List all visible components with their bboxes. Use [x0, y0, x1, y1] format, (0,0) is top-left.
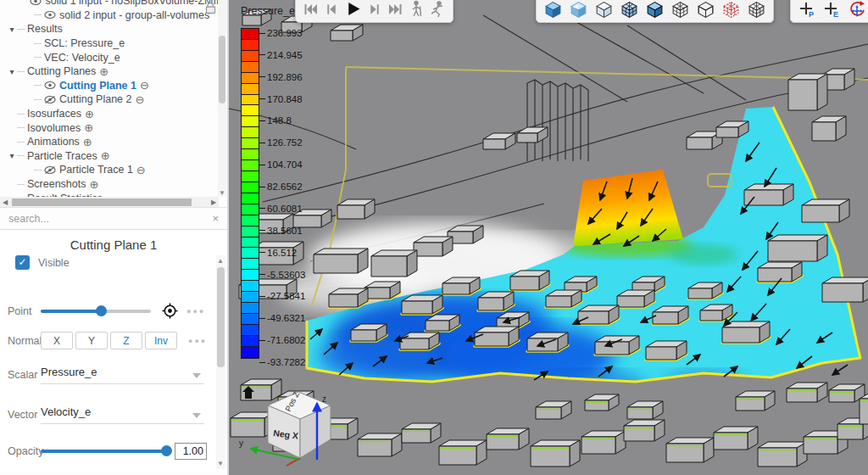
tree-item-isovolumes[interactable]: Isovolumes⊕ — [5, 120, 227, 135]
cube-wireframe-button[interactable] — [695, 0, 716, 20]
tree-item-cutting-planes[interactable]: ▾Cutting Planes⊕ — [5, 64, 227, 79]
eye-icon[interactable] — [44, 81, 56, 90]
scroll-down-icon[interactable]: ▼ — [217, 460, 224, 467]
step-forward-button[interactable] — [366, 0, 382, 20]
tree-item-animations[interactable]: Animations⊕ — [5, 135, 227, 149]
tree-connector — [34, 14, 42, 15]
tree-horizontal-scrollbar[interactable]: ◀ ▶ — [0, 197, 219, 207]
remove-icon[interactable]: ⊖ — [136, 165, 146, 176]
probe-element-button[interactable]: E — [821, 0, 842, 20]
panel-vertical-scrollbar[interactable]: ▲ ▼ — [216, 255, 225, 469]
tree-item-cutting-plane-2[interactable]: Cutting Plane 2⊖ — [5, 92, 227, 107]
step-back-icon — [325, 2, 339, 20]
search-input[interactable] — [8, 213, 212, 225]
lock-icon[interactable] — [205, 2, 216, 18]
tree-item-solid-1-input-noslipboxvolume-zmin[interactable]: solid 1 input - noSlipBoxVolume-ZMIN — [5, 0, 227, 8]
normal-inv-button[interactable]: Inv — [145, 332, 177, 349]
tree-item-solid-2-input-group-all-volumes[interactable]: solid 2 input - group-all-volumes — [5, 8, 227, 23]
legend-segment — [242, 29, 259, 40]
tree-item-scl-pressure-e[interactable]: SCL: Pressure_e — [5, 36, 227, 51]
cube-solid-button[interactable] — [542, 0, 564, 20]
eye-icon[interactable] — [30, 0, 42, 6]
tree-item-particle-traces[interactable]: ▾Particle Traces⊕ — [5, 149, 227, 164]
eye-off-icon[interactable] — [44, 165, 56, 175]
caret-down-icon[interactable]: ▾ — [7, 67, 17, 76]
scroll-left-icon[interactable]: ◀ — [0, 198, 10, 206]
caret-down-icon[interactable]: ▾ — [7, 151, 17, 160]
cube-surface-button[interactable] — [593, 0, 615, 20]
tree-connector — [17, 127, 25, 128]
run-button[interactable] — [428, 0, 447, 20]
scene-tree: solid 1 input - noSlipBoxVolume-ZMIN sol… — [0, 0, 227, 207]
add-icon[interactable]: ⊕ — [101, 150, 110, 161]
vector-label: Vector — [0, 409, 41, 421]
normal-x-button[interactable]: X — [41, 332, 73, 349]
legend-segment — [242, 204, 259, 215]
probe-element-icon: E — [822, 0, 841, 21]
legend-segment — [242, 116, 259, 127]
search-clear-icon[interactable]: × — [212, 212, 219, 225]
scene-canvas[interactable]: Pos Z Neg X z y — [229, 0, 868, 475]
tree-item-label: SCL: Pressure_e — [44, 37, 125, 49]
cube-points-button[interactable] — [721, 0, 742, 20]
normal-y-button[interactable]: Y — [75, 332, 108, 349]
legend-value: 38.5601 — [259, 226, 303, 236]
search-bar: × — [0, 207, 227, 230]
3d-viewport[interactable]: Pos Z Neg X z y Pressure_e 236.993214.94… — [229, 0, 868, 475]
legend-segment — [242, 138, 259, 149]
cutting-plane-panel: Cutting Plane 1 ✓ Visible Point ●●● Norm… — [0, 230, 227, 472]
pick-point-target-icon[interactable] — [162, 303, 178, 319]
point-more-options[interactable]: ●●● — [186, 307, 205, 316]
rotate-center-button[interactable] — [846, 0, 868, 20]
add-icon[interactable]: ⊕ — [83, 137, 92, 148]
vector-select[interactable]: Velocity_e — [41, 405, 204, 424]
add-icon[interactable]: ⊕ — [85, 109, 94, 120]
probe-point-button[interactable]: P — [797, 0, 817, 20]
normal-more-options[interactable]: ●●● — [188, 337, 207, 345]
add-icon[interactable]: ⊕ — [84, 122, 93, 133]
play-button[interactable] — [344, 0, 362, 20]
visible-checkbox[interactable]: ✓ — [15, 255, 30, 270]
play-icon — [345, 1, 361, 20]
add-icon[interactable]: ⊕ — [99, 66, 108, 77]
skip-start-button[interactable] — [302, 0, 320, 20]
tree-vertical-scrollbar[interactable]: ▼ — [218, 0, 226, 197]
tree-item-vec-velocity-e[interactable]: VEC: Velocity_e — [5, 50, 227, 64]
scroll-right-icon[interactable]: ▶ — [209, 198, 219, 206]
legend-value: 192.896 — [259, 72, 303, 82]
cube-mesh-dense-icon — [670, 0, 690, 21]
step-back-button[interactable] — [324, 0, 340, 20]
eye-icon[interactable] — [44, 10, 56, 20]
cube-mesh-dense-button[interactable] — [670, 0, 691, 20]
opacity-slider[interactable] — [41, 450, 168, 453]
add-icon[interactable]: ⊕ — [89, 179, 98, 190]
remove-icon[interactable]: ⊖ — [140, 80, 149, 91]
tree-item-cutting-plane-1[interactable]: Cutting Plane 1⊖ — [5, 79, 227, 93]
normal-z-button[interactable]: Z — [110, 332, 142, 349]
eye-off-icon[interactable] — [44, 95, 56, 104]
remove-icon[interactable]: ⊖ — [135, 94, 144, 105]
caret-down-icon[interactable]: ▾ — [7, 25, 17, 34]
probe-toolbar: PE — [790, 0, 868, 23]
scroll-down-icon[interactable]: ▼ — [219, 189, 225, 197]
legend-segment — [242, 238, 259, 249]
scroll-up-icon[interactable]: ▲ — [217, 257, 224, 265]
tree-item-particle-trace-1[interactable]: Particle Trace 1⊖ — [5, 163, 227, 177]
walk-button[interactable] — [409, 0, 424, 20]
legend-segment — [242, 51, 259, 62]
skip-end-button[interactable] — [387, 0, 404, 20]
scalar-select[interactable]: Pressure_e — [41, 366, 204, 384]
tree-connector — [17, 114, 25, 115]
cube-mesh-button[interactable] — [746, 0, 767, 20]
point-slider[interactable] — [41, 310, 151, 313]
tree-item-label: solid 1 input - noSlipBoxVolume-ZMIN — [45, 0, 224, 7]
legend-value: 170.848 — [259, 94, 303, 104]
cube-solid-edges-button[interactable] — [644, 0, 665, 20]
cube-solid-light-button[interactable] — [568, 0, 589, 20]
legend-segment — [242, 171, 259, 182]
tree-item-screenshots[interactable]: Screenshots⊕ — [5, 177, 227, 192]
cube-surface-mesh-button[interactable] — [619, 0, 640, 20]
tree-item-isosurfaces[interactable]: Isosurfaces⊕ — [5, 107, 227, 121]
opacity-value[interactable]: 1.00 — [175, 443, 207, 460]
tree-item-results[interactable]: ▾Results — [5, 22, 227, 36]
